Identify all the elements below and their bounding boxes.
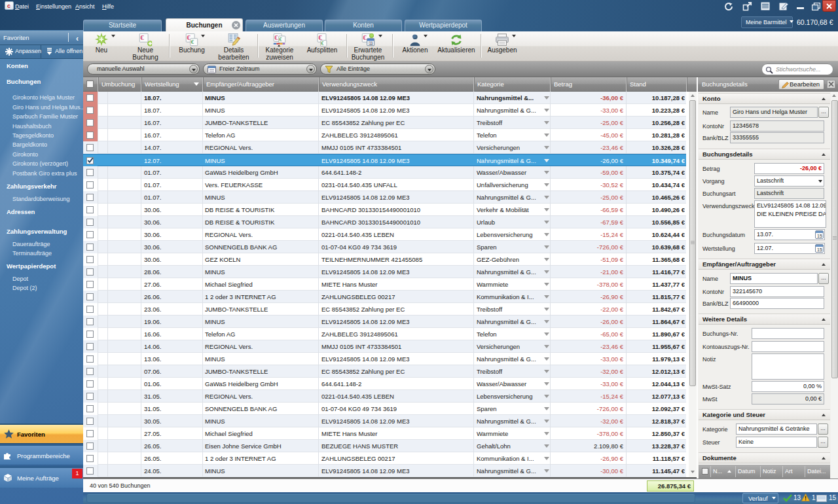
svg-text:€: € bbox=[363, 33, 367, 41]
svg-text:15: 15 bbox=[817, 247, 822, 252]
svg-text:15: 15 bbox=[817, 234, 822, 238]
svg-text:€: € bbox=[140, 33, 144, 41]
svg-text:€: € bbox=[274, 34, 278, 41]
svg-text:11: 11 bbox=[369, 41, 373, 45]
svg-text:€: € bbox=[191, 39, 194, 45]
